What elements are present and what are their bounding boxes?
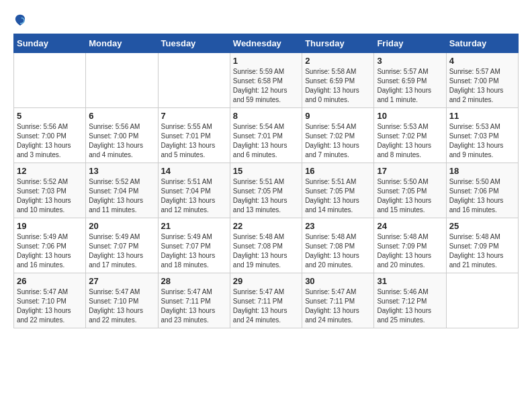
day-info: Sunrise: 5:56 AMSunset: 7:00 PMDaylight:… [89, 122, 154, 160]
calendar-cell: 20Sunrise: 5:49 AMSunset: 7:07 PMDayligh… [86, 218, 158, 273]
day-number: 18 [449, 166, 515, 176]
calendar-cell: 12Sunrise: 5:52 AMSunset: 7:03 PMDayligh… [14, 163, 86, 218]
day-info: Sunrise: 5:57 AMSunset: 6:59 PMDaylight:… [377, 67, 443, 105]
calendar-week-3: 12Sunrise: 5:52 AMSunset: 7:03 PMDayligh… [14, 163, 519, 218]
day-info: Sunrise: 5:51 AMSunset: 7:05 PMDaylight:… [305, 177, 371, 215]
day-number: 23 [305, 221, 371, 231]
column-header-sunday: Sunday [14, 34, 86, 53]
calendar-cell: 4Sunrise: 5:57 AMSunset: 7:00 PMDaylight… [446, 53, 518, 108]
day-number: 5 [17, 111, 83, 121]
calendar-cell: 8Sunrise: 5:54 AMSunset: 7:01 PMDaylight… [230, 108, 302, 163]
day-number: 4 [449, 56, 515, 66]
calendar-cell: 15Sunrise: 5:51 AMSunset: 7:05 PMDayligh… [230, 163, 302, 218]
day-number: 10 [377, 111, 443, 121]
day-info: Sunrise: 5:49 AMSunset: 7:07 PMDaylight:… [89, 232, 154, 270]
calendar-week-2: 5Sunrise: 5:56 AMSunset: 7:00 PMDaylight… [14, 108, 519, 163]
day-info: Sunrise: 5:54 AMSunset: 7:02 PMDaylight:… [305, 122, 371, 160]
column-header-tuesday: Tuesday [158, 34, 230, 53]
column-header-thursday: Thursday [302, 34, 374, 53]
calendar-cell: 3Sunrise: 5:57 AMSunset: 6:59 PMDaylight… [374, 53, 446, 108]
day-info: Sunrise: 5:57 AMSunset: 7:00 PMDaylight:… [449, 67, 515, 105]
calendar-cell: 13Sunrise: 5:52 AMSunset: 7:04 PMDayligh… [86, 163, 158, 218]
calendar-cell [158, 53, 230, 108]
day-info: Sunrise: 5:54 AMSunset: 7:01 PMDaylight:… [233, 122, 299, 160]
calendar-cell: 6Sunrise: 5:56 AMSunset: 7:00 PMDaylight… [86, 108, 158, 163]
day-number: 24 [377, 221, 443, 231]
page-header [13, 13, 519, 27]
day-number: 9 [305, 111, 371, 121]
calendar-cell: 19Sunrise: 5:49 AMSunset: 7:06 PMDayligh… [14, 218, 86, 273]
calendar-cell: 7Sunrise: 5:55 AMSunset: 7:01 PMDaylight… [158, 108, 230, 163]
calendar-cell: 23Sunrise: 5:48 AMSunset: 7:08 PMDayligh… [302, 218, 374, 273]
day-number: 1 [233, 56, 299, 66]
day-info: Sunrise: 5:52 AMSunset: 7:04 PMDaylight:… [89, 177, 154, 215]
day-number: 14 [161, 166, 227, 176]
calendar-cell: 22Sunrise: 5:48 AMSunset: 7:08 PMDayligh… [230, 218, 302, 273]
day-number: 12 [17, 166, 83, 176]
day-number: 21 [161, 221, 227, 231]
calendar-cell: 16Sunrise: 5:51 AMSunset: 7:05 PMDayligh… [302, 163, 374, 218]
calendar-cell: 11Sunrise: 5:53 AMSunset: 7:03 PMDayligh… [446, 108, 518, 163]
day-number: 13 [89, 166, 154, 176]
calendar-cell: 17Sunrise: 5:50 AMSunset: 7:05 PMDayligh… [374, 163, 446, 218]
day-info: Sunrise: 5:49 AMSunset: 7:07 PMDaylight:… [161, 232, 227, 270]
day-info: Sunrise: 5:47 AMSunset: 7:11 PMDaylight:… [233, 287, 299, 325]
calendar-cell: 30Sunrise: 5:47 AMSunset: 7:11 PMDayligh… [302, 273, 374, 328]
day-info: Sunrise: 5:47 AMSunset: 7:11 PMDaylight:… [161, 287, 227, 325]
day-info: Sunrise: 5:49 AMSunset: 7:06 PMDaylight:… [17, 232, 83, 270]
day-number: 3 [377, 56, 443, 66]
calendar-cell: 9Sunrise: 5:54 AMSunset: 7:02 PMDaylight… [302, 108, 374, 163]
calendar-cell: 31Sunrise: 5:46 AMSunset: 7:12 PMDayligh… [374, 273, 446, 328]
day-info: Sunrise: 5:50 AMSunset: 7:06 PMDaylight:… [449, 177, 515, 215]
day-number: 11 [449, 111, 515, 121]
day-info: Sunrise: 5:47 AMSunset: 7:10 PMDaylight:… [17, 287, 83, 325]
calendar-cell: 25Sunrise: 5:48 AMSunset: 7:09 PMDayligh… [446, 218, 518, 273]
day-number: 22 [233, 221, 299, 231]
day-number: 8 [233, 111, 299, 121]
logo-icon [13, 13, 27, 27]
day-number: 17 [377, 166, 443, 176]
column-header-friday: Friday [374, 34, 446, 53]
calendar-cell: 14Sunrise: 5:51 AMSunset: 7:04 PMDayligh… [158, 163, 230, 218]
calendar-cell: 26Sunrise: 5:47 AMSunset: 7:10 PMDayligh… [14, 273, 86, 328]
calendar-table: SundayMondayTuesdayWednesdayThursdayFrid… [13, 34, 519, 328]
day-number: 31 [377, 276, 443, 286]
day-number: 29 [233, 276, 299, 286]
day-number: 2 [305, 56, 371, 66]
day-number: 7 [161, 111, 227, 121]
day-info: Sunrise: 5:55 AMSunset: 7:01 PMDaylight:… [161, 122, 227, 160]
day-number: 20 [89, 221, 154, 231]
day-number: 6 [89, 111, 154, 121]
day-info: Sunrise: 5:53 AMSunset: 7:02 PMDaylight:… [377, 122, 443, 160]
calendar-cell: 18Sunrise: 5:50 AMSunset: 7:06 PMDayligh… [446, 163, 518, 218]
day-info: Sunrise: 5:58 AMSunset: 6:59 PMDaylight:… [305, 67, 371, 105]
day-info: Sunrise: 5:52 AMSunset: 7:03 PMDaylight:… [17, 177, 83, 215]
day-number: 28 [161, 276, 227, 286]
calendar-cell: 28Sunrise: 5:47 AMSunset: 7:11 PMDayligh… [158, 273, 230, 328]
day-info: Sunrise: 5:50 AMSunset: 7:05 PMDaylight:… [377, 177, 443, 215]
calendar-header-row: SundayMondayTuesdayWednesdayThursdayFrid… [14, 34, 519, 53]
day-info: Sunrise: 5:48 AMSunset: 7:09 PMDaylight:… [377, 232, 443, 270]
day-number: 19 [17, 221, 83, 231]
day-info: Sunrise: 5:51 AMSunset: 7:04 PMDaylight:… [161, 177, 227, 215]
day-info: Sunrise: 5:47 AMSunset: 7:10 PMDaylight:… [89, 287, 154, 325]
logo [13, 13, 30, 27]
day-number: 30 [305, 276, 371, 286]
calendar-cell [86, 53, 158, 108]
calendar-cell: 21Sunrise: 5:49 AMSunset: 7:07 PMDayligh… [158, 218, 230, 273]
calendar-cell [14, 53, 86, 108]
day-number: 27 [89, 276, 154, 286]
calendar-cell: 1Sunrise: 5:59 AMSunset: 6:58 PMDaylight… [230, 53, 302, 108]
day-info: Sunrise: 5:46 AMSunset: 7:12 PMDaylight:… [377, 287, 443, 325]
day-number: 25 [449, 221, 515, 231]
calendar-cell: 2Sunrise: 5:58 AMSunset: 6:59 PMDaylight… [302, 53, 374, 108]
day-info: Sunrise: 5:56 AMSunset: 7:00 PMDaylight:… [17, 122, 83, 160]
day-info: Sunrise: 5:51 AMSunset: 7:05 PMDaylight:… [233, 177, 299, 215]
day-info: Sunrise: 5:59 AMSunset: 6:58 PMDaylight:… [233, 67, 299, 105]
calendar-cell: 10Sunrise: 5:53 AMSunset: 7:02 PMDayligh… [374, 108, 446, 163]
calendar-week-5: 26Sunrise: 5:47 AMSunset: 7:10 PMDayligh… [14, 273, 519, 328]
calendar-week-1: 1Sunrise: 5:59 AMSunset: 6:58 PMDaylight… [14, 53, 519, 108]
calendar-cell: 24Sunrise: 5:48 AMSunset: 7:09 PMDayligh… [374, 218, 446, 273]
calendar-cell: 29Sunrise: 5:47 AMSunset: 7:11 PMDayligh… [230, 273, 302, 328]
calendar-cell [446, 273, 518, 328]
